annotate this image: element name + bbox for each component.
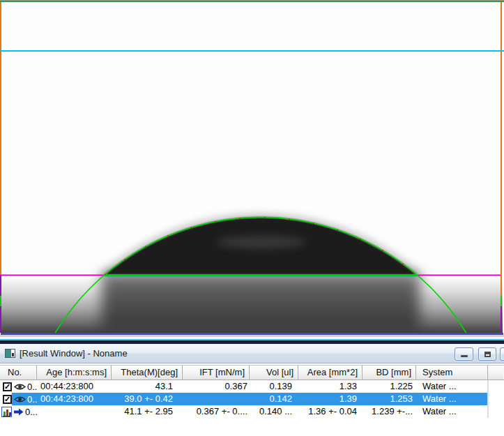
drop-highlight bbox=[217, 236, 306, 248]
cell-vol: 0.139 bbox=[250, 380, 298, 393]
eye-icon bbox=[14, 396, 26, 403]
cell-bd: 1.239 +-... bbox=[362, 405, 416, 418]
cell-bd: 1.225 bbox=[362, 380, 416, 393]
roi-left-orange-border bbox=[0, 2, 1, 275]
cell-area: 1.39 bbox=[298, 393, 362, 405]
cell-vol: 0.140 ... bbox=[250, 405, 298, 418]
restore-icon bbox=[484, 352, 491, 357]
cell-area: 1.36 +- 0.04 bbox=[298, 405, 362, 418]
roi-right-orange-border bbox=[501, 2, 502, 296]
restore-button[interactable] bbox=[478, 347, 496, 361]
drop-image-viewer bbox=[0, 0, 504, 335]
cell-area: 1.33 bbox=[298, 380, 362, 393]
row-id-cell: ✓ 0... bbox=[0, 393, 37, 405]
row-number: 0... bbox=[25, 406, 37, 418]
cell-age: 00:44:23:800 bbox=[37, 393, 112, 405]
cell-system: Water ... bbox=[416, 405, 488, 418]
cell-system: Water ... bbox=[416, 393, 488, 405]
cell-theta: 39.0 +- 0.42 bbox=[112, 393, 183, 405]
table-row-selected[interactable]: ✓ 0... 00:44:23:800 39.0 +- 0.42 0.142 1… bbox=[0, 393, 504, 405]
cell-bd: 1.253 bbox=[362, 393, 416, 405]
table-row-statistics[interactable]: 0... 41.1 +- 2.95 0.367 +- 0.... 0.140 .… bbox=[0, 405, 504, 418]
row-checkbox[interactable]: ✓ bbox=[3, 382, 12, 391]
cell-ift: 0.367 +- 0.... bbox=[183, 405, 250, 418]
bar-chart-icon bbox=[1, 407, 12, 417]
application-window: [Result Window] - Noname No. Age [h:m:s:… bbox=[0, 0, 504, 436]
pane-separator bbox=[0, 335, 504, 344]
row-id-cell: 0... bbox=[0, 405, 37, 418]
column-header-no[interactable]: No. bbox=[0, 365, 37, 380]
row-checkbox[interactable]: ✓ bbox=[3, 395, 12, 404]
column-header-vol[interactable]: Vol [ul] bbox=[250, 365, 298, 380]
row-id-cell: ✓ 0... bbox=[0, 380, 37, 393]
window-title: [Result Window] - Noname bbox=[20, 348, 128, 359]
table-header-row: No. Age [h:m:s:ms] Theta(M)[deg] IFT [mN… bbox=[0, 365, 504, 380]
viewer-top-green-border bbox=[0, 1, 504, 2]
roi-right-purple-border bbox=[501, 306, 502, 333]
cell-theta: 43.1 bbox=[112, 380, 183, 393]
row-number: 0... bbox=[27, 393, 37, 405]
close-button[interactable] bbox=[500, 347, 504, 361]
cell-age bbox=[37, 405, 112, 418]
column-header-theta[interactable]: Theta(M)[deg] bbox=[112, 365, 183, 380]
result-window: [Result Window] - Noname No. Age [h:m:s:… bbox=[0, 344, 504, 436]
column-header-age[interactable]: Age [h:m:s:ms] bbox=[37, 365, 112, 380]
column-header-area[interactable]: Area [mm*2] bbox=[298, 365, 362, 380]
table-row[interactable]: ✓ 0... 00:44:23:800 43.1 0.367 0.139 1.3… bbox=[0, 380, 504, 393]
minimize-icon bbox=[461, 355, 468, 357]
row-number: 0... bbox=[27, 381, 37, 393]
cell-ift: 0.367 bbox=[183, 380, 250, 393]
cell-system: Water ... bbox=[416, 380, 488, 393]
cell-age: 00:44:23:800 bbox=[37, 380, 112, 393]
column-header-bd[interactable]: BD [mm] bbox=[362, 365, 416, 380]
arrow-right-icon bbox=[14, 408, 24, 416]
eye-icon bbox=[14, 383, 26, 391]
column-header-system[interactable]: System bbox=[416, 365, 488, 380]
cell-vol: 0.142 bbox=[250, 393, 298, 405]
cell-ift bbox=[183, 393, 250, 405]
roi-left-green-segment bbox=[0, 296, 1, 306]
roi-right-green-segment bbox=[501, 296, 502, 306]
result-window-titlebar[interactable]: [Result Window] - Noname bbox=[0, 344, 504, 363]
cell-theta: 41.1 +- 2.95 bbox=[112, 405, 183, 418]
minimize-button[interactable] bbox=[455, 347, 473, 361]
result-window-icon bbox=[5, 349, 15, 358]
column-header-filler bbox=[488, 365, 504, 380]
column-header-ift[interactable]: IFT [mN/m] bbox=[183, 365, 250, 380]
upper-guide-cyan-line bbox=[0, 50, 504, 52]
